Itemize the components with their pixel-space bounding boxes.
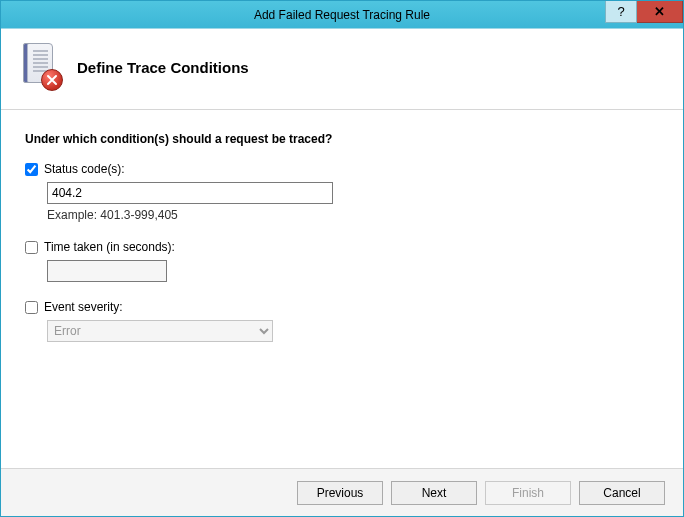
status-codes-label: Status code(s): [44,162,125,176]
close-button[interactable]: ✕ [637,1,683,23]
time-taken-label: Time taken (in seconds): [44,240,175,254]
close-icon: ✕ [654,4,665,19]
status-codes-example: Example: 401.3-999,405 [47,208,659,222]
next-button[interactable]: Next [391,481,477,505]
content-area: Under which condition(s) should a reques… [1,110,683,468]
status-codes-input[interactable] [47,182,333,204]
event-severity-label: Event severity: [44,300,123,314]
event-severity-select[interactable]: Error [47,320,273,342]
status-codes-checkbox[interactable] [25,163,38,176]
error-badge-icon [41,69,63,91]
dialog-window: Add Failed Request Tracing Rule ? ✕ Defi… [0,0,684,517]
question-label: Under which condition(s) should a reques… [25,132,659,146]
title-controls: ? ✕ [605,1,683,23]
help-button[interactable]: ? [605,1,637,23]
wizard-footer: Previous Next Finish Cancel [1,468,683,516]
time-taken-checkbox[interactable] [25,241,38,254]
finish-button[interactable]: Finish [485,481,571,505]
time-taken-block: Time taken (in seconds): [25,240,659,282]
event-severity-block: Event severity: Error [25,300,659,342]
cancel-button[interactable]: Cancel [579,481,665,505]
page-title: Define Trace Conditions [77,59,249,76]
time-taken-input[interactable] [47,260,167,282]
titlebar: Add Failed Request Tracing Rule ? ✕ [1,1,683,29]
wizard-header: Define Trace Conditions [1,29,683,110]
wizard-icon [19,43,63,91]
event-severity-checkbox[interactable] [25,301,38,314]
previous-button[interactable]: Previous [297,481,383,505]
status-codes-block: Status code(s): Example: 401.3-999,405 [25,162,659,222]
window-title: Add Failed Request Tracing Rule [1,8,683,22]
